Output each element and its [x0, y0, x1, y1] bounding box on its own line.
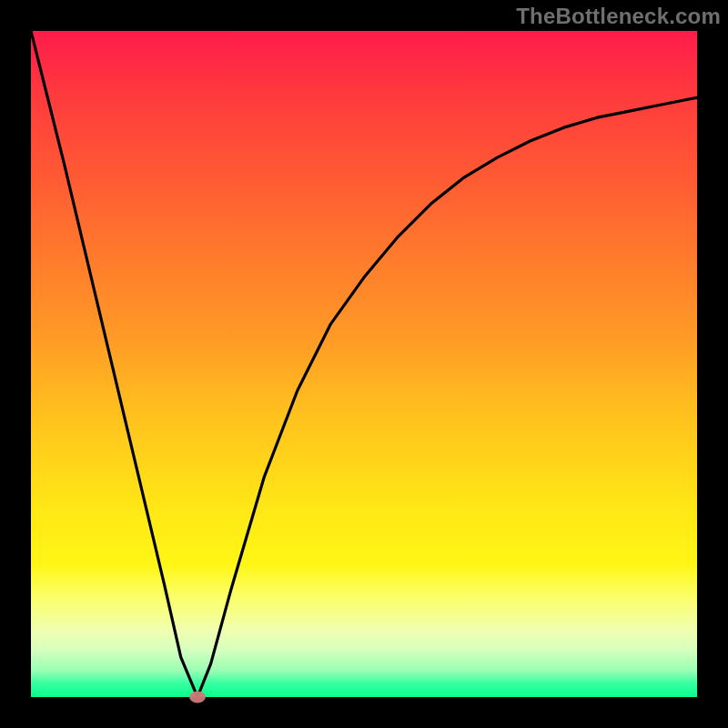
- minimum-marker: [189, 692, 206, 703]
- watermark-text: TheBottleneck.com: [516, 4, 721, 29]
- plot-area: [31, 31, 697, 697]
- chart-frame: TheBottleneck.com: [0, 0, 728, 728]
- curve-svg: [31, 31, 697, 697]
- bottleneck-curve: [31, 31, 697, 697]
